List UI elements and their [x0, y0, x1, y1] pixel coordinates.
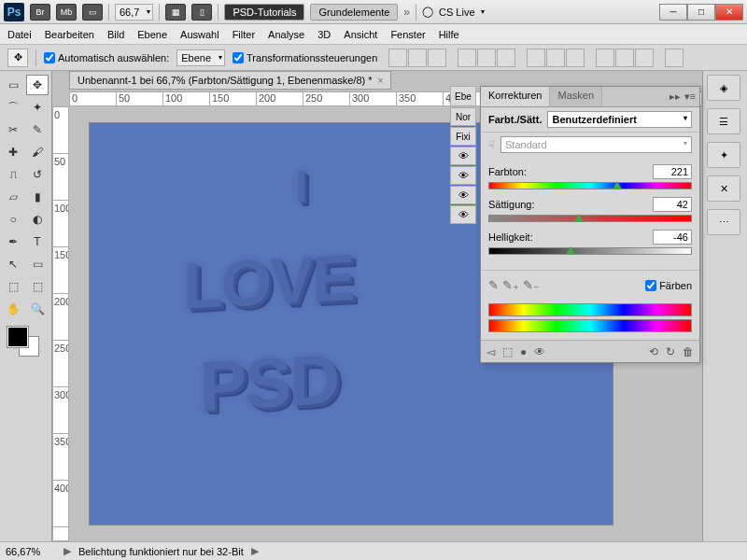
tool-path[interactable]: ↖: [2, 254, 24, 274]
status-play-icon[interactable]: ▶: [63, 545, 71, 557]
zoom-select[interactable]: 66,7: [115, 4, 153, 21]
dock-brush-icon[interactable]: ✦: [707, 142, 740, 168]
lig-label: Helligkeit:: [488, 231, 533, 243]
close-doc-icon[interactable]: ×: [378, 76, 384, 86]
minimize-button[interactable]: ─: [659, 4, 687, 21]
preset-dropdown[interactable]: Benutzerdefiniert: [547, 111, 692, 128]
tool-3dcam[interactable]: ⬚: [26, 276, 49, 297]
lig-input[interactable]: -46: [653, 230, 692, 245]
hue-slider[interactable]: [488, 182, 692, 191]
layer-visibility-4[interactable]: 👁: [450, 205, 476, 224]
bridge-icon[interactable]: Br: [30, 4, 50, 21]
eyedropper-group[interactable]: ✎✎₊✎₋: [488, 278, 540, 292]
document-tab[interactable]: Unbenannt-1 bei 66,7% (Farbton/Sättigung…: [69, 71, 391, 90]
footer-back-icon[interactable]: ◅: [486, 345, 495, 358]
workspace-tab-dark[interactable]: PSD-Tutorials: [224, 4, 304, 21]
menu-bar: Datei Bearbeiten Bild Ebene Auswahl Filt…: [0, 24, 747, 45]
move-tool-icon[interactable]: ✥: [7, 49, 28, 67]
tool-3d[interactable]: ⬚: [2, 276, 24, 297]
footer-clip-icon[interactable]: ●: [520, 345, 527, 358]
distribute-group[interactable]: [527, 49, 585, 67]
cslive-label[interactable]: CS Live: [439, 7, 475, 18]
sat-slider[interactable]: [488, 215, 692, 224]
menu-analyse[interactable]: Analyse: [268, 29, 304, 40]
dock-adjust-icon[interactable]: ☰: [707, 108, 740, 134]
menu-datei[interactable]: Datei: [7, 29, 32, 40]
align-group[interactable]: [388, 49, 446, 67]
footer-prev-icon[interactable]: ⟲: [649, 345, 658, 358]
blend-mode-peek[interactable]: Nor: [450, 107, 476, 126]
auto-select-checkbox[interactable]: Automatisch auswählen:: [44, 52, 169, 63]
tool-brush[interactable]: 🖌: [26, 142, 49, 162]
tool-heal[interactable]: ✚: [2, 142, 24, 162]
auto-align-button[interactable]: [665, 49, 684, 67]
dock-more-icon[interactable]: ⋯: [707, 209, 740, 235]
panel-tab-ebenen[interactable]: Ebe: [450, 86, 476, 106]
tool-crop[interactable]: ✂: [2, 119, 24, 140]
tool-type[interactable]: T: [26, 231, 49, 252]
tool-dodge[interactable]: ◐: [26, 209, 49, 230]
hue-input[interactable]: 221: [653, 164, 692, 179]
status-zoom[interactable]: 66,67%: [6, 546, 56, 557]
viewextras-icon[interactable]: ▦: [165, 4, 186, 21]
footer-reset-icon[interactable]: ↻: [666, 345, 675, 358]
tool-eyedropper[interactable]: ✎: [26, 119, 49, 140]
menu-3d[interactable]: 3D: [317, 29, 331, 40]
workspace-more-icon[interactable]: »: [403, 6, 410, 19]
status-arrow-icon[interactable]: ▶: [251, 545, 259, 557]
menu-filter[interactable]: Filter: [233, 29, 255, 40]
tool-hand[interactable]: ✋: [2, 299, 24, 319]
dock-layers-icon[interactable]: ◈: [707, 75, 740, 101]
colorize-checkbox[interactable]: Färben: [645, 280, 692, 291]
tool-shape[interactable]: ▭: [26, 254, 49, 274]
auto-select-target[interactable]: Ebene: [176, 49, 225, 66]
footer-eye-icon[interactable]: 👁: [534, 345, 545, 358]
color-swatches[interactable]: [2, 327, 49, 360]
menu-bearbeiten[interactable]: Bearbeiten: [45, 29, 94, 40]
menu-ansicht[interactable]: Ansicht: [344, 29, 377, 40]
minibridge-icon[interactable]: Mb: [56, 4, 77, 21]
tab-korrekturen[interactable]: Korrekturen: [481, 87, 550, 106]
tool-gradient[interactable]: ▮: [26, 187, 49, 207]
tool-blur[interactable]: ○: [2, 209, 24, 230]
cslive-icon[interactable]: ◯: [422, 6, 433, 18]
tool-wand[interactable]: ✦: [26, 97, 49, 118]
dock-history-icon[interactable]: ✕: [707, 175, 740, 202]
range-dropdown[interactable]: Standard: [500, 136, 692, 153]
menu-ebene[interactable]: Ebene: [137, 29, 167, 40]
workspace-tab-light[interactable]: Grundelemente: [310, 4, 398, 21]
menu-auswahl[interactable]: Auswahl: [180, 29, 219, 40]
tool-eraser[interactable]: ▱: [2, 187, 24, 207]
transform-controls-checkbox[interactable]: Transformationssteuerungen: [233, 52, 377, 63]
arrange-icon[interactable]: ▯: [191, 4, 212, 21]
footer-expand-icon[interactable]: ⬚: [502, 345, 513, 358]
tool-lasso[interactable]: ⌒: [2, 97, 24, 118]
align-group-2[interactable]: [458, 49, 515, 67]
layer-visibility-1[interactable]: 👁: [450, 147, 476, 165]
tool-move[interactable]: ✥: [26, 75, 49, 95]
tool-pen[interactable]: ✒: [2, 231, 24, 252]
tool-stamp[interactable]: ⎍: [2, 164, 24, 185]
hand-icon[interactable]: ☟: [488, 139, 495, 151]
layer-visibility-3[interactable]: 👁: [450, 186, 476, 204]
tool-history[interactable]: ↺: [26, 164, 49, 185]
lig-slider[interactable]: [488, 247, 692, 257]
layer-visibility-2[interactable]: 👁: [450, 166, 476, 185]
footer-trash-icon[interactable]: 🗑: [683, 345, 694, 358]
panel-menu-icon[interactable]: ▾≡: [684, 91, 696, 103]
sat-input[interactable]: 42: [653, 197, 692, 212]
lock-peek[interactable]: Fixi: [450, 127, 476, 146]
tab-masken[interactable]: Masken: [550, 87, 602, 106]
distribute-group-2[interactable]: [596, 49, 654, 67]
fg-color[interactable]: [7, 327, 28, 347]
tool-zoom[interactable]: 🔍: [26, 299, 49, 319]
menu-fenster[interactable]: Fenster: [390, 29, 425, 40]
panel-collapse-icon[interactable]: ▸▸: [669, 91, 681, 103]
screenmode-icon[interactable]: ▭: [82, 4, 103, 21]
maximize-button[interactable]: □: [687, 4, 715, 21]
document-tab-label: Unbenannt-1 bei 66,7% (Farbton/Sättigung…: [78, 75, 373, 86]
tool-marquee[interactable]: ▭: [2, 75, 24, 95]
close-button[interactable]: ✕: [715, 4, 743, 21]
menu-bild[interactable]: Bild: [107, 29, 124, 40]
menu-hilfe[interactable]: Hilfe: [439, 29, 459, 40]
